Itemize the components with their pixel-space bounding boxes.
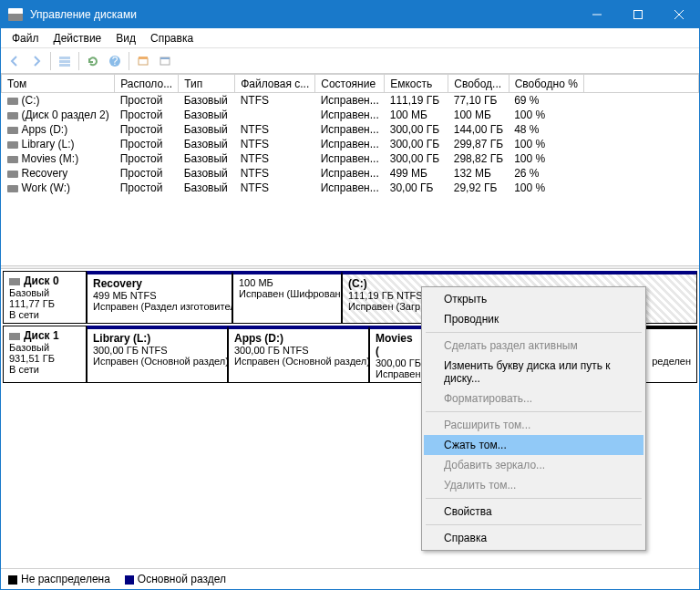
volume-icon	[7, 185, 18, 192]
minimize-button[interactable]	[576, 1, 617, 28]
menubar: Файл Действие Вид Справка	[1, 28, 699, 48]
legend-primary: Основной раздел	[125, 573, 226, 585]
disk-size: 111,77 ГБ	[9, 298, 80, 309]
toolbar-sep	[78, 52, 79, 70]
tool-icon[interactable]	[133, 51, 153, 71]
volume-icon	[7, 141, 18, 149]
ctx-delete: Удалить том...	[424, 475, 643, 495]
window-buttons	[576, 1, 699, 28]
col-layout[interactable]: Располо...	[115, 75, 179, 93]
ctx-sep	[426, 524, 642, 525]
legend-label: Основной раздел	[138, 573, 226, 585]
legend-label: Не распределена	[21, 573, 110, 585]
forward-icon[interactable]	[26, 51, 46, 71]
svg-rect-10	[139, 57, 148, 59]
col-capacity[interactable]: Емкость	[385, 75, 448, 93]
volume-row[interactable]: Apps (D:)ПростойБазовыйNTFSИсправен...30…	[2, 122, 699, 137]
volume-icon	[7, 156, 18, 163]
ctx-sep	[426, 411, 642, 412]
svg-rect-4	[59, 57, 70, 59]
part-size: 300,00 ГБ NTFS	[234, 345, 363, 356]
ctx-sep	[426, 332, 642, 333]
menu-help[interactable]: Справка	[143, 30, 201, 47]
part-status: Исправен (Основной раздел)	[93, 356, 221, 367]
volume-row[interactable]: (C:)ПростойБазовыйNTFSИсправен...111,19 …	[2, 93, 699, 109]
col-fs[interactable]: Файловая с...	[235, 75, 315, 93]
toolbar: ?	[1, 48, 699, 74]
part-size: 300,00 ГБ	[376, 357, 417, 368]
disk-status: В сети	[9, 364, 80, 375]
back-icon[interactable]	[5, 51, 25, 71]
partition-movies[interactable]: Movies ( 300,00 ГБ Исправен	[369, 326, 424, 383]
col-freepct[interactable]: Свободно %	[509, 75, 583, 93]
volume-row[interactable]: Work (W:)ПростойБазовыйNTFSИсправен...30…	[2, 181, 699, 195]
disk-0-label[interactable]: Диск 0 Базовый 111,77 ГБ В сети	[3, 271, 87, 324]
disk-name: Диск 0	[24, 274, 59, 287]
part-name: Recovery	[93, 277, 226, 290]
close-button[interactable]	[658, 1, 699, 28]
ctx-shrink[interactable]: Сжать том...	[424, 435, 643, 455]
legend: Не распределена Основной раздел	[1, 568, 699, 589]
svg-text:?: ?	[112, 55, 118, 67]
window-title: Управление дисками	[30, 8, 576, 21]
svg-rect-12	[160, 57, 170, 59]
ctx-make-active: Сделать раздел активным	[424, 336, 643, 356]
part-status: Исправен (Раздел изготовител	[93, 301, 226, 312]
disk-type: Базовый	[9, 342, 80, 353]
ctx-extend: Расширить том...	[424, 415, 643, 435]
disk-type: Базовый	[9, 287, 80, 298]
partition-library[interactable]: Library (L:) 300,00 ГБ NTFS Исправен (Ос…	[87, 326, 228, 383]
legend-square-icon	[125, 575, 134, 585]
ctx-sep	[426, 498, 642, 499]
menu-view[interactable]: Вид	[108, 30, 143, 47]
volume-row[interactable]: RecoveryПростойБазовыйNTFSИсправен...499…	[2, 166, 699, 181]
tool-icon[interactable]	[155, 51, 175, 71]
col-type[interactable]: Тип	[179, 75, 235, 93]
svg-rect-5	[59, 60, 70, 63]
view-icon[interactable]	[55, 51, 75, 71]
part-name: Library (L:)	[93, 332, 221, 345]
svg-rect-9	[139, 58, 148, 65]
ctx-format: Форматировать...	[424, 388, 643, 409]
ctx-help[interactable]: Справка	[424, 528, 643, 548]
context-menu: Открыть Проводник Сделать раздел активны…	[421, 286, 646, 551]
maximize-button[interactable]	[617, 1, 658, 28]
volume-icon	[7, 112, 18, 119]
ctx-add-mirror: Добавить зеркало...	[424, 455, 643, 475]
app-icon	[8, 8, 23, 21]
part-status: Исправен (Шифрован	[239, 288, 335, 299]
partition-apps[interactable]: Apps (D:) 300,00 ГБ NTFS Исправен (Основ…	[228, 326, 369, 383]
menu-file[interactable]: Файл	[5, 30, 46, 47]
volume-icon	[7, 171, 18, 178]
ctx-explorer[interactable]: Проводник	[424, 309, 643, 329]
toolbar-sep	[50, 52, 51, 70]
ctx-open[interactable]: Открыть	[424, 289, 643, 309]
part-size: 300,00 ГБ NTFS	[93, 345, 221, 356]
ctx-change-letter[interactable]: Изменить букву диска или путь к диску...	[424, 356, 643, 388]
volume-row[interactable]: Movies (M:)ПростойБазовыйNTFSИсправен...…	[2, 151, 699, 166]
disk-icon	[9, 333, 20, 340]
partition-recovery[interactable]: Recovery 499 МБ NTFS Исправен (Раздел из…	[87, 271, 232, 324]
col-status[interactable]: Состояние	[315, 75, 385, 93]
refresh-icon[interactable]	[83, 51, 103, 71]
volume-row[interactable]: Library (L:)ПростойБазовыйNTFSИсправен..…	[2, 137, 699, 151]
svg-rect-6	[59, 64, 70, 67]
part-name: Movies (	[376, 332, 417, 357]
disk-size: 931,51 ГБ	[9, 353, 80, 364]
part-status: Исправен (Основной раздел)	[234, 356, 363, 367]
disk-1-label[interactable]: Диск 1 Базовый 931,51 ГБ В сети	[3, 326, 87, 383]
col-volume[interactable]: Том	[2, 75, 115, 93]
legend-unallocated: Не распределена	[8, 573, 110, 585]
ctx-properties[interactable]: Свойства	[424, 502, 643, 522]
partition-efi[interactable]: 100 МБ Исправен (Шифрован	[232, 271, 342, 324]
volume-list: Том Располо... Тип Файловая с... Состоян…	[1, 74, 699, 265]
part-size: 100 МБ	[239, 277, 335, 288]
col-free[interactable]: Свобод...	[448, 75, 509, 93]
help-icon[interactable]: ?	[105, 51, 125, 71]
disk-status: В сети	[9, 309, 80, 320]
volume-row[interactable]: (Диск 0 раздел 2)ПростойБазовыйИсправен.…	[2, 108, 699, 122]
part-size: 499 МБ NTFS	[93, 290, 226, 301]
volume-icon	[7, 98, 18, 105]
menu-action[interactable]: Действие	[46, 30, 109, 47]
disk-icon	[9, 278, 20, 285]
